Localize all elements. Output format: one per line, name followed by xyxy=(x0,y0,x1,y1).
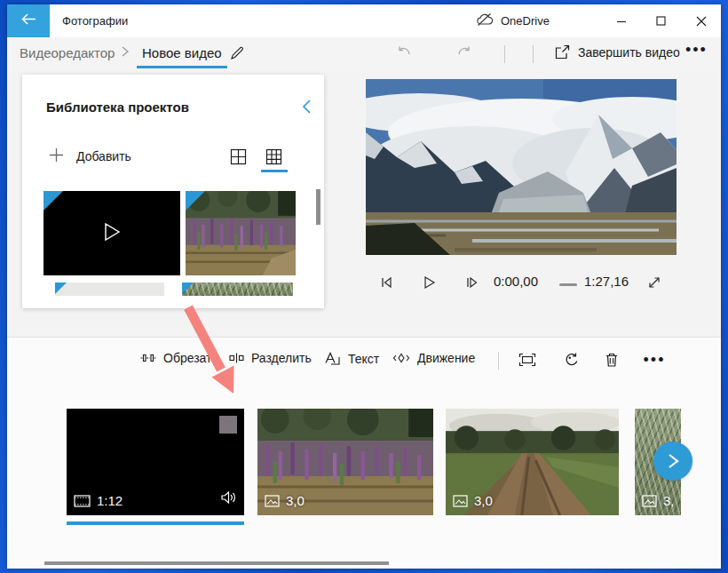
rotate-arrow-icon xyxy=(564,352,580,368)
collapse-panel-chevron-icon[interactable] xyxy=(301,99,312,118)
step-forward-icon xyxy=(463,275,479,290)
library-thumbnail-sky-trees[interactable] xyxy=(55,283,164,296)
close-icon xyxy=(696,16,707,27)
trim-button[interactable]: Обрезать xyxy=(140,351,218,365)
speaker-icon xyxy=(220,490,237,508)
undo-icon xyxy=(396,44,414,62)
onedrive-cloud-slash-icon xyxy=(476,12,494,29)
motion-icon xyxy=(392,351,410,365)
close-button[interactable] xyxy=(681,4,721,37)
in-project-badge xyxy=(55,283,67,294)
clip-duration: 3,0 xyxy=(286,493,305,508)
previous-frame-button[interactable] xyxy=(378,275,394,294)
library-thumbnail-video[interactable] xyxy=(44,191,180,275)
library-title: Библиотека проектов xyxy=(46,99,189,115)
trash-icon xyxy=(605,352,619,368)
resize-button[interactable] xyxy=(517,349,538,370)
play-icon xyxy=(421,275,437,290)
film-strip-icon xyxy=(74,495,91,507)
total-time: 1:27,16 xyxy=(584,274,629,289)
in-project-badge xyxy=(182,283,194,294)
play-outline-icon xyxy=(102,221,122,246)
expand-diagonal-icon xyxy=(646,275,662,290)
timeline-clip-road[interactable]: 3,0 xyxy=(446,409,619,515)
photos-app-window: Фотографии OneDrive Видеор xyxy=(7,4,721,569)
minimize-icon xyxy=(616,16,627,27)
command-separator xyxy=(533,45,534,63)
maximize-button[interactable] xyxy=(641,4,681,37)
command-separator xyxy=(504,45,505,63)
onedrive-status[interactable]: OneDrive xyxy=(476,4,550,37)
frame-corners-icon xyxy=(518,353,536,367)
next-frame-button[interactable] xyxy=(463,275,479,294)
grid-small-view-button[interactable] xyxy=(230,148,247,169)
clip-duration: 3,0 xyxy=(474,493,493,508)
video-preview[interactable]: © LIVESTORM FILMS xyxy=(366,79,677,255)
current-time: 0:00,00 xyxy=(494,274,538,289)
finish-video-label: Завершить видео xyxy=(578,45,680,60)
back-button[interactable] xyxy=(7,4,50,37)
library-scrollbar[interactable] xyxy=(316,189,320,225)
rename-pencil-icon[interactable] xyxy=(229,45,245,65)
library-thumbnail-grass[interactable] xyxy=(182,283,293,296)
finish-video-button[interactable]: Завершить видео xyxy=(554,44,680,60)
timeline-scroll-next-button[interactable] xyxy=(653,442,692,481)
add-media-button[interactable]: Добавить xyxy=(49,147,131,165)
project-library-panel: Библиотека проектов Добавить xyxy=(22,75,324,308)
image-icon xyxy=(642,495,657,507)
trim-icon xyxy=(140,351,156,365)
grid-2x2-icon xyxy=(230,148,247,165)
redo-button[interactable] xyxy=(455,44,472,66)
motion-button[interactable]: Движение xyxy=(392,351,475,365)
maximize-icon xyxy=(656,16,666,26)
image-icon xyxy=(453,495,468,507)
grid-3x3-icon xyxy=(265,148,282,165)
grid-large-view-button[interactable] xyxy=(265,148,282,169)
rotate-button[interactable] xyxy=(561,349,582,370)
breadcrumb-current-project[interactable]: Новое видео xyxy=(137,43,227,68)
seek-slider[interactable] xyxy=(559,283,577,286)
step-back-icon xyxy=(378,275,394,290)
desktop-background: Фотографии OneDrive Видеор xyxy=(0,0,728,573)
onedrive-label: OneDrive xyxy=(501,14,550,28)
breadcrumb-videoeditor[interactable]: Видеоредактор xyxy=(20,45,115,60)
text-icon xyxy=(324,351,341,366)
play-button[interactable] xyxy=(421,275,437,294)
undo-button[interactable] xyxy=(396,44,414,66)
timeline-clip-video[interactable]: 1:12 xyxy=(67,409,244,515)
window-controls xyxy=(601,4,721,37)
redo-icon xyxy=(455,44,472,62)
breadcrumb-chevron-icon xyxy=(121,45,130,61)
library-thumbnail-flowers[interactable] xyxy=(186,191,296,275)
chevron-right-icon xyxy=(666,452,680,470)
selected-clip-underline xyxy=(67,521,244,525)
ellipsis-icon: ••• xyxy=(644,351,666,370)
clip-thumbnail-square xyxy=(219,416,237,434)
back-arrow-icon xyxy=(21,12,36,29)
add-media-label: Добавить xyxy=(76,149,131,163)
see-more-button[interactable]: ••• xyxy=(685,41,708,60)
image-icon xyxy=(265,495,280,507)
titlebar: Фотографии OneDrive xyxy=(7,4,721,37)
in-project-badge xyxy=(44,191,63,211)
split-label: Разделить xyxy=(251,351,312,365)
toolbar-separator xyxy=(498,352,499,370)
fullscreen-button[interactable] xyxy=(646,275,662,294)
text-button[interactable]: Текст xyxy=(324,351,379,366)
mountain-preview-frame xyxy=(366,79,677,255)
timeline-clip-flowers[interactable]: 3,0 xyxy=(257,409,433,515)
timeline-horizontal-scrollbar[interactable] xyxy=(44,561,389,565)
delete-button[interactable] xyxy=(601,349,622,370)
plus-icon xyxy=(49,147,64,165)
motion-label: Движение xyxy=(417,351,475,365)
grid-view-selected-underline xyxy=(261,170,288,172)
text-label: Текст xyxy=(348,352,379,366)
app-title: Фотографии xyxy=(62,4,128,37)
in-project-badge xyxy=(186,191,205,211)
finish-share-icon xyxy=(554,44,571,60)
minimize-button[interactable] xyxy=(601,4,641,37)
split-button[interactable]: Разделить xyxy=(229,351,312,365)
timeline-more-button[interactable]: ••• xyxy=(644,349,665,370)
command-bar: Видеоредактор Новое видео Завершить виде… xyxy=(7,37,721,71)
trim-label: Обрезать xyxy=(163,351,218,365)
